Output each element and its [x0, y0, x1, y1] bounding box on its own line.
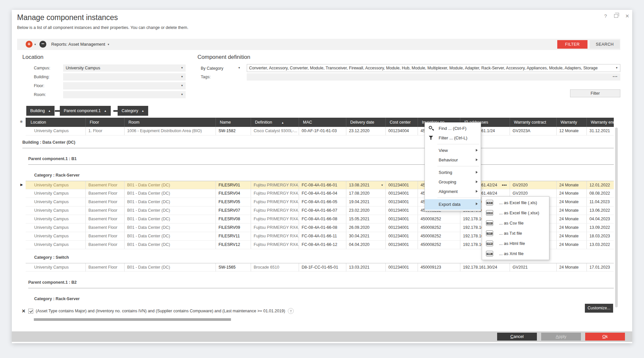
export-htm-menu-item[interactable]: HTM... as Html file — [482, 238, 549, 249]
export-xml-menu-item[interactable]: XML... as Xml file — [482, 249, 549, 259]
filter-funnel-icon[interactable] — [288, 308, 294, 314]
more-icon[interactable]: ••• — [502, 181, 507, 189]
cell-mac: FC-08-4A-01-66-04 — [299, 189, 346, 198]
column-header-location[interactable]: Location — [26, 118, 86, 127]
cell-definition: Fujitsu PRIMERGY RX4... — [251, 181, 299, 189]
manage-component-instances-dialog: Manage component instances Below is a li… — [12, 10, 632, 343]
cell-room: B01 - Data Center (DC) — [125, 215, 216, 223]
cell-location: University Campus — [26, 127, 86, 135]
chevron-down-icon: ▼ — [181, 64, 183, 72]
cancel-button[interactable]: Cancel — [497, 333, 537, 341]
export-txt-menu-item[interactable]: TXT... as Txt file — [482, 228, 549, 238]
apply-button[interactable]: Apply — [541, 333, 581, 341]
menu-item-export-data[interactable]: Export data — [425, 199, 481, 210]
selected-row-arrow-icon: ▶ — [20, 183, 23, 186]
column-header-name[interactable]: Name — [216, 118, 251, 127]
more-icon[interactable]: ... — [612, 72, 618, 78]
group-divider — [28, 164, 614, 165]
tags-field[interactable]: ... — [247, 73, 620, 81]
chip-connector — [55, 110, 60, 112]
table-row[interactable]: University Campus1. Floor1006 - Equipmen… — [26, 127, 614, 135]
add-dropdown-icon[interactable]: ▼ — [34, 43, 36, 46]
cell-floor: Basement Floor — [86, 224, 125, 232]
table-row[interactable]: University CampusBasement FloorB01 - Dat… — [26, 181, 614, 189]
cell-mac: FC-08-4A-01-66-12 — [299, 241, 346, 249]
menu-item-behaviour[interactable]: Behaviour — [425, 155, 481, 165]
column-config-icon[interactable]: ✱ — [20, 120, 23, 124]
cell-cost-center: 001234001 — [386, 224, 418, 232]
column-header-room[interactable]: Room — [125, 118, 216, 127]
remove-filter-icon[interactable]: ✕ — [22, 308, 26, 314]
column-header-delivery-date[interactable]: Delivery date — [346, 118, 386, 127]
apply-filter-button[interactable]: Filter — [570, 89, 620, 97]
cell-location: University Campus — [26, 181, 86, 189]
export-xls-menu-item[interactable]: XLS... as Excel file (.xls) — [482, 198, 549, 208]
file-csv-icon: CSV — [486, 220, 493, 226]
cell-floor: Basement Floor — [86, 181, 125, 189]
by-category-select[interactable]: By Category▼ — [201, 64, 243, 72]
cell-warranty-end: 04.04.2023 — [587, 215, 614, 223]
building-label: Building: — [34, 75, 50, 79]
cell-warranty-contract: GV2023A — [510, 127, 557, 135]
cell-location: University Campus — [26, 189, 86, 198]
cell-inventory-no: 450008252 — [418, 232, 460, 240]
floor-select[interactable]: ▼ — [63, 82, 186, 89]
campus-select[interactable]: University Campus▼ — [63, 64, 186, 72]
remove-button[interactable]: – — [39, 41, 46, 48]
add-button[interactable]: + — [26, 41, 33, 48]
column-header-floor[interactable]: Floor — [86, 118, 125, 127]
close-icon[interactable]: ✕ — [624, 13, 631, 19]
ok-button[interactable]: Ok — [585, 333, 625, 341]
menu-item-sorting[interactable]: Sorting — [425, 168, 481, 177]
column-header-warranty-contract[interactable]: Warranty contract — [510, 118, 557, 127]
chip-connector — [113, 110, 118, 112]
sort-asc-icon: ▲ — [48, 109, 51, 112]
table-header: LocationFloorRoomNameDefinition▲MACDeliv… — [26, 118, 614, 127]
vertical-scrollbar[interactable] — [615, 128, 618, 307]
cell-name: FILESRV05 — [216, 198, 251, 206]
building-select[interactable]: ▼ — [63, 73, 186, 81]
cell-name: FILESRV09 — [216, 224, 251, 232]
cell-definition: Brocade 6510 — [251, 263, 299, 272]
cell-warranty-end: 18.03.2023 — [587, 232, 614, 240]
export-xlsx-menu-item[interactable]: XLSX... as Excel file (.xlsx) — [482, 208, 549, 218]
column-header-warranty[interactable]: Warranty — [557, 118, 587, 127]
group-chip-category[interactable]: Category▲ — [118, 106, 148, 116]
chevron-down-icon[interactable]: ▼ — [381, 181, 383, 189]
categories-field[interactable]: Converter, Accessory, Converter, Module,… — [247, 64, 620, 72]
group-chip-parent-component[interactable]: Parent component.1▲ — [60, 106, 111, 116]
search-tab-button[interactable]: SEARCH — [590, 40, 620, 49]
help-icon[interactable]: ? — [602, 13, 609, 19]
menu-item-find[interactable]: Find ... (Ctrl-F) — [425, 124, 481, 133]
reports-dropdown[interactable]: Reports: Asset Management▼ — [51, 42, 110, 47]
cell-room: B01 - Data Center (DC) — [125, 181, 216, 189]
table-row[interactable]: University CampusBasement FloorB01 - Dat… — [26, 263, 614, 272]
export-submenu: XLS... as Excel file (.xls)XLSX... as Ex… — [482, 196, 549, 260]
export-csv-menu-item[interactable]: CSV... as Csv file — [482, 218, 549, 228]
page-subtitle: Below is a list of all component instanc… — [17, 25, 188, 30]
menu-item-filter[interactable]: Filter ... (Ctrl-L) — [425, 133, 481, 143]
cell-room: B01 - Data Center (DC) — [125, 232, 216, 240]
column-header-mac[interactable]: MAC — [299, 118, 346, 127]
group-chip-building[interactable]: Building▲ — [26, 106, 55, 116]
cell-name: FILESRV01 — [216, 181, 251, 189]
cell-definition: Fujitsu PRIMERGY RX4... — [251, 232, 299, 240]
chevron-down-icon: ▼ — [107, 43, 110, 46]
room-select[interactable]: ▼ — [63, 91, 186, 98]
cell-cost-center: 001234001 — [386, 181, 418, 189]
filter-active-checkbox[interactable] — [28, 309, 33, 314]
group-header-category-rack: Category : Rack-Server — [34, 173, 80, 178]
tags-label: Tags: — [201, 75, 211, 79]
horizontal-scrollbar[interactable] — [34, 318, 231, 321]
menu-item-grouping[interactable]: Grouping — [425, 177, 481, 187]
column-header-cost-center[interactable]: Cost center — [386, 118, 418, 127]
column-header-definition[interactable]: Definition▲ — [251, 118, 299, 127]
restore-window-icon[interactable] — [614, 14, 618, 18]
filter-tab-button[interactable]: FILTER — [557, 40, 587, 49]
menu-item-alignment[interactable]: Alignment — [425, 187, 481, 196]
column-header-warranty-end[interactable]: Warranty end — [587, 118, 614, 127]
table-rows-switch: University CampusBasement FloorB01 - Dat… — [26, 263, 614, 272]
customize-button[interactable]: Customize... — [585, 304, 613, 313]
menu-item-view[interactable]: View — [425, 146, 481, 155]
cell-location: University Campus — [26, 232, 86, 240]
